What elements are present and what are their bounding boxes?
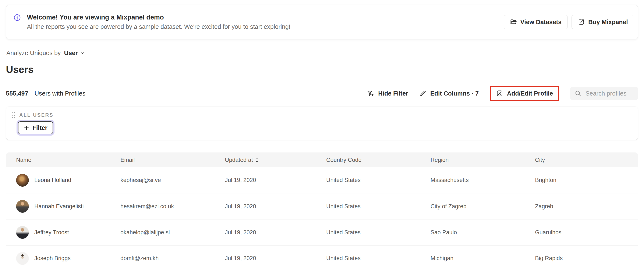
edit-columns-button[interactable]: Edit Columns · 7 — [419, 90, 479, 97]
sort-icon — [255, 157, 259, 163]
edit-columns-label: Edit Columns · 7 — [430, 90, 479, 97]
chevron-down-icon — [80, 51, 85, 56]
drag-handle-icon[interactable] — [12, 112, 15, 118]
add-filter-label: Filter — [32, 124, 48, 131]
user-city: Zagreb — [535, 203, 638, 210]
external-link-icon — [578, 18, 585, 26]
users-table: Name Email Updated at Country Code Regio… — [6, 153, 638, 271]
user-country: United States — [326, 229, 430, 236]
filter-panel: ALL USERS Filter — [6, 107, 638, 140]
hide-filter-label: Hide Filter — [378, 90, 408, 97]
filter-funnel-icon — [367, 90, 374, 97]
column-header-name[interactable]: Name — [16, 157, 120, 163]
column-header-country-code[interactable]: Country Code — [326, 157, 430, 163]
user-email: domfi@zem.kh — [120, 255, 225, 262]
user-city: Guarulhos — [535, 229, 638, 236]
user-email: kephesaj@si.ve — [120, 177, 225, 183]
stats-toolbar: 555,497 Users with Profiles Hide Filter — [6, 84, 638, 102]
banner-title: Welcome! You are viewing a Mixpanel demo — [27, 13, 290, 22]
user-count-label: Users with Profiles — [34, 90, 86, 97]
folder-icon — [510, 18, 517, 26]
table-row[interactable]: Jeffrey Troost okahelop@lalijpe.sl Jul 1… — [6, 219, 638, 245]
view-datasets-label: View Datasets — [520, 19, 562, 26]
analyze-by-value: User — [64, 49, 78, 56]
search-profiles-input[interactable] — [586, 90, 634, 97]
pencil-icon — [419, 90, 426, 97]
user-name: Hannah Evangelisti — [34, 203, 84, 210]
profile-stats: 555,497 Users with Profiles — [6, 90, 86, 97]
user-region: Sao Paulo — [430, 229, 535, 236]
profile-card-icon — [496, 90, 503, 97]
user-updated-at: Jul 19, 2020 — [225, 177, 326, 183]
info-icon — [13, 14, 21, 21]
column-header-updated-at[interactable]: Updated at — [225, 157, 326, 163]
user-city: Brighton — [535, 177, 638, 183]
user-country: United States — [326, 203, 430, 210]
add-edit-profile-label: Add/Edit Profile — [507, 90, 553, 97]
avatar — [16, 174, 29, 187]
analyze-by-dropdown[interactable]: User — [64, 49, 85, 56]
table-row[interactable]: Hannah Evangelisti hesakrem@ezi.co.uk Ju… — [6, 193, 638, 219]
avatar — [16, 252, 29, 265]
user-name: Leona Holland — [34, 177, 71, 183]
add-edit-profile-button[interactable]: Add/Edit Profile — [496, 90, 553, 97]
banner-text: Welcome! You are viewing a Mixpanel demo… — [27, 13, 290, 31]
user-updated-at: Jul 19, 2020 — [225, 203, 326, 210]
user-name: Jeffrey Troost — [34, 229, 69, 236]
search-icon — [574, 90, 582, 97]
user-region: Massachusetts — [430, 177, 535, 183]
search-profiles-box[interactable] — [570, 87, 638, 100]
table-row[interactable]: Joseph Briggs domfi@zem.kh Jul 19, 2020 … — [6, 245, 638, 271]
user-name: Joseph Briggs — [34, 255, 70, 262]
users-page: Welcome! You are viewing a Mixpanel demo… — [0, 0, 644, 272]
buy-mixpanel-label: Buy Mixpanel — [588, 19, 628, 26]
toolbar: Hide Filter Edit Columns · 7 — [367, 86, 638, 101]
user-updated-at: Jul 19, 2020 — [225, 229, 326, 236]
avatar — [16, 226, 29, 239]
user-region: Michigan — [430, 255, 535, 262]
analyze-bar: Analyze Uniques by User — [6, 49, 85, 56]
user-email: okahelop@lalijpe.sl — [120, 229, 225, 236]
banner-subtitle: All the reports you see are powered by a… — [27, 22, 290, 31]
add-filter-button[interactable]: Filter — [18, 121, 53, 134]
demo-banner: Welcome! You are viewing a Mixpanel demo… — [6, 5, 638, 39]
plus-icon — [24, 125, 30, 131]
page-title: Users — [6, 63, 34, 75]
column-header-email[interactable]: Email — [120, 157, 225, 163]
filter-group-label: ALL USERS — [19, 112, 54, 118]
avatar — [16, 200, 29, 213]
view-datasets-button[interactable]: View Datasets — [504, 15, 568, 29]
buy-mixpanel-button[interactable]: Buy Mixpanel — [572, 15, 634, 29]
table-body: Leona Holland kephesaj@si.ve Jul 19, 202… — [6, 167, 638, 271]
table-row[interactable]: Leona Holland kephesaj@si.ve Jul 19, 202… — [6, 167, 638, 193]
column-header-city[interactable]: City — [535, 157, 638, 163]
user-region: City of Zagreb — [430, 203, 535, 210]
user-email: hesakrem@ezi.co.uk — [120, 203, 225, 210]
user-country: United States — [326, 177, 430, 183]
hide-filter-button[interactable]: Hide Filter — [367, 90, 408, 97]
analyze-uniques-label: Analyze Uniques by — [6, 49, 61, 56]
column-header-region[interactable]: Region — [430, 157, 535, 163]
user-updated-at: Jul 19, 2020 — [225, 255, 326, 262]
table-header: Name Email Updated at Country Code Regio… — [6, 153, 638, 167]
user-count: 555,497 — [6, 90, 28, 97]
banner-actions: View Datasets Buy Mixpanel — [504, 15, 634, 29]
user-country: United States — [326, 255, 430, 262]
annotation-highlight: Add/Edit Profile — [490, 86, 560, 101]
user-city: Big Rapids — [535, 255, 638, 262]
